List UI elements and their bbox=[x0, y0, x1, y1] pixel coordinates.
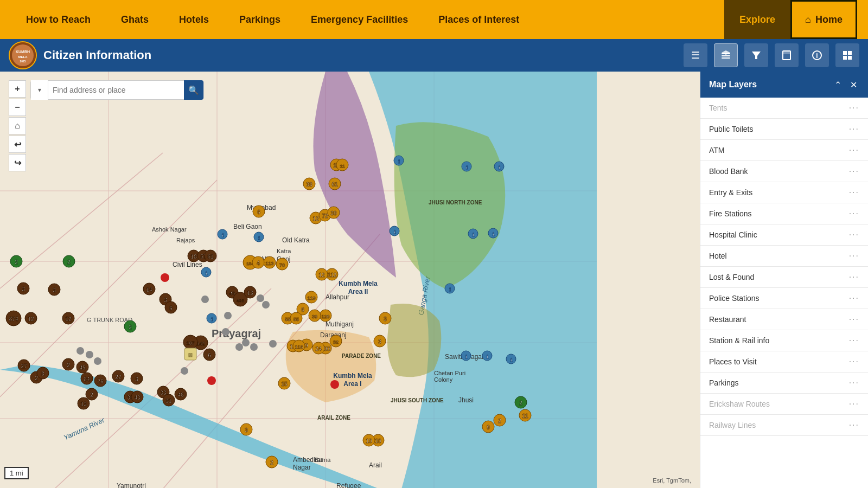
layers-button[interactable] bbox=[714, 43, 738, 67]
info-button[interactable]: i bbox=[805, 43, 829, 67]
svg-text:ARAIL ZONE: ARAIL ZONE bbox=[317, 415, 350, 421]
layer-item-entry-and-exits[interactable]: Entry & Exits··· bbox=[700, 182, 868, 203]
layer-item-erickshaw-routes[interactable]: Erickshaw Routes··· bbox=[700, 394, 868, 415]
layer-more-options[interactable]: ··· bbox=[849, 124, 859, 134]
svg-text:2: 2 bbox=[67, 259, 71, 265]
layer-item-fire-stations[interactable]: Fire Stations··· bbox=[700, 203, 868, 224]
svg-text:4: 4 bbox=[257, 260, 260, 266]
map-controls: + − ⌂ ↩ ↪ bbox=[9, 80, 26, 171]
svg-text:2: 2 bbox=[519, 400, 522, 406]
layer-item-police-stations[interactable]: Police Stations··· bbox=[700, 288, 868, 309]
layer-name: Blood Bank bbox=[709, 167, 849, 176]
layer-more-options[interactable]: ··· bbox=[849, 188, 859, 197]
layer-item-lost-and-found[interactable]: Lost & Found··· bbox=[700, 267, 868, 288]
layer-item-tents[interactable]: Tents··· bbox=[700, 98, 868, 119]
svg-rect-15 bbox=[848, 51, 852, 55]
map-area[interactable]: + − ⌂ ↩ ↪ ▾ 🔍 bbox=[0, 72, 700, 488]
svg-text:Barna: Barna bbox=[315, 457, 331, 463]
layer-item-places-to-visit[interactable]: Places to Visit··· bbox=[700, 351, 868, 373]
nav-emergency[interactable]: Emergency Facilities bbox=[296, 0, 423, 39]
nav-ghats[interactable]: Ghats bbox=[106, 0, 164, 39]
svg-text:Refugee: Refugee bbox=[336, 482, 361, 488]
layer-more-options[interactable]: ··· bbox=[849, 357, 859, 367]
layer-more-options[interactable]: ··· bbox=[849, 230, 859, 240]
search-dropdown-button[interactable]: ▾ bbox=[31, 80, 48, 100]
svg-text:43: 43 bbox=[134, 395, 141, 401]
nav-places[interactable]: Places of Interest bbox=[423, 0, 534, 39]
layer-more-options[interactable]: ··· bbox=[849, 103, 859, 113]
layer-more-options[interactable]: ··· bbox=[849, 420, 859, 430]
layer-more-options[interactable]: ··· bbox=[849, 166, 859, 176]
svg-text:2: 2 bbox=[498, 418, 501, 424]
svg-point-253 bbox=[201, 296, 209, 303]
layer-item-railway-lines[interactable]: Railway Lines··· bbox=[700, 415, 868, 436]
svg-text:Kumbh Mela: Kumbh Mela bbox=[333, 372, 372, 380]
search-bar: ▾ 🔍 bbox=[30, 80, 204, 100]
zoom-out-button[interactable]: − bbox=[9, 99, 26, 116]
layer-more-options[interactable]: ··· bbox=[849, 314, 859, 324]
layer-more-options[interactable]: ··· bbox=[849, 145, 859, 155]
svg-text:11: 11 bbox=[522, 413, 528, 419]
svg-text:12: 12 bbox=[65, 316, 72, 322]
svg-text:3: 3 bbox=[53, 287, 56, 293]
explore-button[interactable]: Explore bbox=[724, 0, 790, 39]
map-svg: Yamuna River Ganga River JHUSI NORTH ZON… bbox=[0, 72, 700, 488]
layer-item-station-and-rail-info[interactable]: Station & Rail info··· bbox=[700, 330, 868, 351]
svg-point-244 bbox=[330, 380, 339, 389]
layer-item-parkings[interactable]: Parkings··· bbox=[700, 373, 868, 394]
nav-parkings[interactable]: Parkings bbox=[224, 0, 296, 39]
svg-text:70: 70 bbox=[279, 262, 285, 268]
bookmark-button[interactable] bbox=[775, 43, 799, 67]
svg-text:JHUSI NORTH ZONE: JHUSI NORTH ZONE bbox=[429, 200, 482, 206]
layer-more-options[interactable]: ··· bbox=[849, 272, 859, 282]
layer-more-options[interactable]: ··· bbox=[849, 209, 859, 219]
layer-item-public-toilets[interactable]: Public Toilets··· bbox=[700, 119, 868, 140]
layer-item-hospital-clinic[interactable]: Hospital Clinic··· bbox=[700, 224, 868, 246]
svg-text:2: 2 bbox=[15, 259, 18, 265]
redo-button[interactable]: ↪ bbox=[9, 154, 26, 171]
nav-hotels[interactable]: Hotels bbox=[164, 0, 224, 39]
layer-name: Railway Lines bbox=[709, 421, 849, 429]
svg-text:PARADE ZONE: PARADE ZONE bbox=[342, 353, 381, 359]
layer-item-atm[interactable]: ATM··· bbox=[700, 140, 868, 161]
svg-text:24: 24 bbox=[315, 346, 322, 352]
panel-collapse-button[interactable]: ⌃ bbox=[832, 79, 844, 91]
svg-point-251 bbox=[94, 357, 101, 365]
layer-more-options[interactable]: ··· bbox=[849, 293, 859, 303]
layer-more-options[interactable]: ··· bbox=[849, 251, 859, 261]
toolbar: KUMBH MELA 2025 Citizen Information ☰ i bbox=[0, 39, 868, 72]
svg-text:Muthiganj: Muthiganj bbox=[326, 320, 354, 328]
search-input[interactable] bbox=[48, 86, 184, 94]
svg-text:9: 9 bbox=[305, 343, 308, 349]
layer-item-blood-bank[interactable]: Blood Bank··· bbox=[700, 161, 868, 182]
side-panel: Map Layers ⌃ ✕ Tents···Public Toilets···… bbox=[700, 72, 868, 488]
undo-button[interactable]: ↩ bbox=[9, 136, 26, 153]
panel-close-button[interactable]: ✕ bbox=[848, 79, 859, 91]
layer-more-options[interactable]: ··· bbox=[849, 378, 859, 388]
svg-text:Arail: Arail bbox=[369, 461, 382, 469]
search-submit-button[interactable]: 🔍 bbox=[184, 80, 203, 100]
layer-item-restaurant[interactable]: Restaurant··· bbox=[700, 309, 868, 330]
svg-text:39: 39 bbox=[312, 314, 317, 319]
svg-text:Beli Gaon: Beli Gaon bbox=[233, 223, 262, 230]
layer-item-hotel[interactable]: Hotel··· bbox=[700, 246, 868, 267]
svg-text:12: 12 bbox=[312, 216, 319, 222]
layers-list: Tents···Public Toilets···ATM···Blood Ban… bbox=[700, 98, 868, 488]
layer-more-options[interactable]: ··· bbox=[849, 336, 859, 345]
layer-name: Hotel bbox=[709, 252, 849, 260]
filter-button[interactable] bbox=[744, 43, 768, 67]
svg-point-247 bbox=[224, 312, 232, 319]
layer-name: Station & Rail info bbox=[709, 336, 849, 345]
svg-rect-6 bbox=[722, 55, 730, 56]
svg-text:107: 107 bbox=[186, 341, 194, 346]
home-button[interactable]: ⌂ Home bbox=[790, 0, 857, 39]
layer-more-options[interactable]: ··· bbox=[849, 399, 859, 409]
zoom-in-button[interactable]: + bbox=[9, 80, 26, 98]
svg-text:46: 46 bbox=[229, 291, 235, 296]
home-extent-button[interactable]: ⌂ bbox=[9, 117, 26, 134]
list-view-button[interactable]: ☰ bbox=[684, 43, 707, 67]
grid-view-button[interactable] bbox=[835, 43, 859, 67]
nav-how-to-reach[interactable]: How to Reach bbox=[11, 0, 106, 39]
layer-name: Lost & Found bbox=[709, 273, 849, 281]
svg-text:Chetan Puri: Chetan Puri bbox=[434, 370, 465, 376]
